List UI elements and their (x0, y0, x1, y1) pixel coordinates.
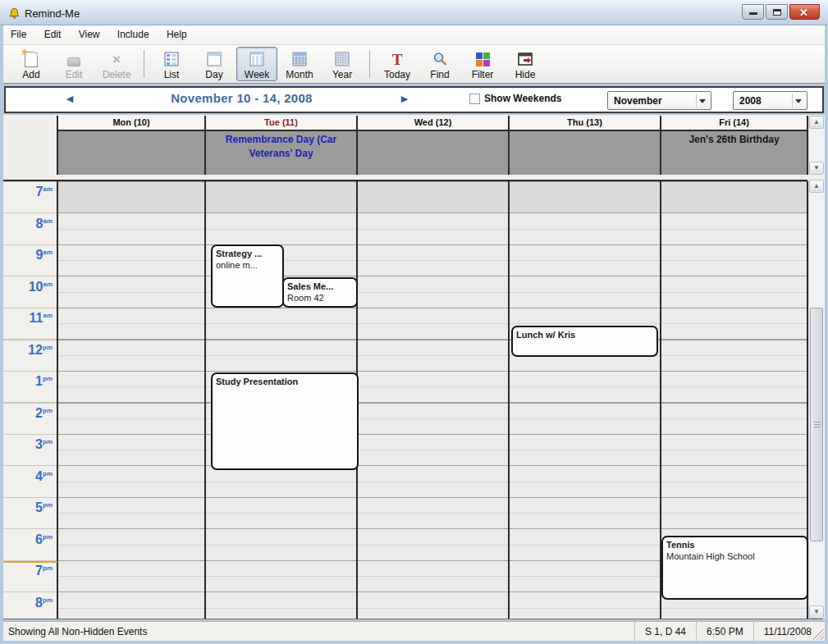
menu-help[interactable]: Help (159, 25, 194, 45)
week-view-icon (249, 50, 264, 68)
window-title: Remind-Me (25, 7, 80, 20)
edit-button[interactable]: Edit (53, 47, 94, 81)
list-view-icon (164, 50, 179, 68)
toolbar-separator (369, 50, 370, 78)
hide-button[interactable]: Hide (505, 47, 546, 81)
toolbar: ★ Add Edit × Delete List Day (3, 45, 825, 84)
maximize-button[interactable] (766, 4, 788, 20)
event-study-presentation[interactable]: Study Presentation (211, 372, 359, 470)
event-lunch[interactable]: Lunch w/ Kris (511, 326, 658, 357)
all-day-event-tue[interactable]: Remembrance Day (Car Veterans' Day (207, 131, 355, 175)
scrollbar-grip-icon (814, 422, 821, 428)
event-tennis[interactable]: Tennis Mountain High School (661, 536, 808, 600)
scroll-up-icon[interactable]: ▲ (809, 180, 824, 193)
main-scrollbar[interactable]: ▲ ▼ (808, 180, 823, 619)
add-button[interactable]: ★ Add (11, 47, 52, 81)
today-button[interactable]: T Today (377, 47, 418, 81)
search-icon (432, 50, 448, 68)
year-dropdown[interactable]: 2008 (733, 91, 807, 110)
hide-icon (518, 50, 533, 68)
menu-bar: File Edit View Include Help (3, 25, 825, 45)
maximize-icon (773, 9, 781, 16)
day-header-mon: Mon (10) (57, 116, 205, 130)
day-header-tue-today: Tue (11) (205, 116, 357, 130)
day-header-wed: Wed (12) (357, 116, 509, 130)
week-range-title: November 10 - 14, 2008 (125, 91, 359, 105)
grid-bottom-line (3, 619, 823, 619)
all-day-event-fri[interactable]: Jen's 26th Birthday (662, 131, 806, 175)
filter-icon (476, 50, 490, 68)
toolbar-separator (144, 50, 144, 78)
scroll-down-icon[interactable]: ▼ (809, 605, 824, 619)
scrollbar-thumb[interactable] (810, 308, 823, 541)
status-season-day: S 1, D 44 (634, 622, 696, 642)
current-time-line (3, 561, 57, 563)
month-dropdown[interactable]: November (607, 91, 711, 110)
menu-file[interactable]: File (3, 25, 34, 45)
add-icon: ★ (25, 50, 38, 68)
list-view-button[interactable]: List (151, 47, 192, 81)
show-weekends-checkbox[interactable] (469, 94, 480, 104)
close-icon: ✕ (799, 7, 808, 19)
bell-icon (8, 7, 21, 22)
status-message: Showing All Non-Hidden Events (8, 626, 147, 637)
edit-icon (67, 50, 80, 68)
day-view-icon (207, 50, 222, 68)
month-view-icon (292, 50, 307, 68)
scroll-down-icon[interactable]: ▼ (809, 162, 824, 175)
delete-icon: × (112, 50, 121, 68)
status-bar: Showing All Non-Hidden Events S 1, D 44 … (3, 621, 825, 641)
nav-bar: ◀ November 10 - 14, 2008 ▶ Show Weekends… (4, 86, 824, 113)
year-view-button[interactable]: Year (322, 47, 363, 81)
previous-week-arrow[interactable]: ◀ (63, 94, 76, 104)
year-view-icon (335, 50, 350, 68)
status-clock: 6:50 PM (696, 622, 753, 642)
menu-view[interactable]: View (71, 25, 108, 45)
day-header-thu: Thu (13) (509, 116, 661, 130)
event-strategy[interactable]: Strategy ... online m... (211, 244, 284, 308)
minimize-icon (749, 12, 757, 15)
resize-grip[interactable] (813, 629, 824, 640)
time-gutter: 7am 8am 9am 10am 11am 12pm 1pm 2pm 3pm 4… (3, 181, 57, 619)
chevron-down-icon (795, 99, 802, 103)
remind-me-window: Remind-Me ✕ File Edit View Include Help … (0, 0, 828, 644)
close-button[interactable]: ✕ (789, 4, 820, 20)
status-date: 11/11/2008 (753, 622, 821, 642)
allday-scrollbar[interactable]: ▲ ▼ (808, 116, 823, 175)
title-bar[interactable]: Remind-Me ✕ (0, 0, 828, 25)
menu-edit[interactable]: Edit (37, 25, 69, 45)
find-button[interactable]: Find (419, 47, 460, 81)
show-weekends-label: Show Weekends (484, 93, 561, 104)
delete-button[interactable]: × Delete (96, 47, 137, 81)
menu-include[interactable]: Include (110, 25, 157, 45)
chevron-down-icon (699, 99, 706, 103)
week-view-button[interactable]: Week (236, 47, 277, 81)
scroll-up-icon[interactable]: ▲ (809, 116, 824, 129)
today-icon: T (392, 50, 403, 68)
month-view-button[interactable]: Month (279, 47, 320, 81)
day-header-fri: Fri (14) (661, 116, 807, 130)
day-view-button[interactable]: Day (194, 47, 235, 81)
next-week-arrow[interactable]: ▶ (398, 94, 411, 104)
event-sales-meeting[interactable]: Sales Me... Room 42 (282, 277, 358, 308)
minimize-button[interactable] (742, 4, 764, 20)
filter-button[interactable]: Filter (462, 47, 503, 81)
